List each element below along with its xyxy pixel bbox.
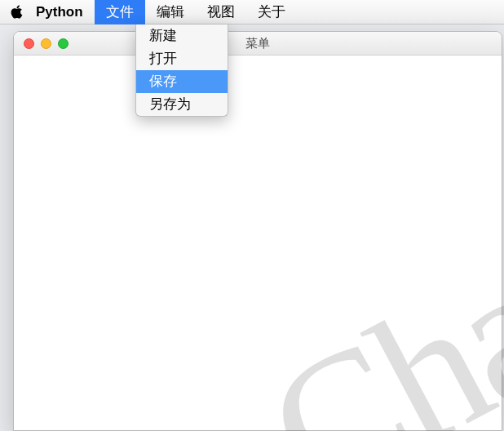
menu-view[interactable]: 视图 (196, 0, 246, 24)
minimize-button[interactable] (41, 38, 51, 49)
apple-menu-icon[interactable] (0, 5, 33, 19)
app-name[interactable]: Python (33, 4, 95, 20)
zoom-button[interactable] (58, 38, 69, 49)
menu-about[interactable]: 关于 (246, 0, 297, 24)
menu-file[interactable]: 文件 (95, 0, 145, 24)
app-window: 菜单 (13, 31, 502, 431)
menu-edit[interactable]: 编辑 (145, 0, 196, 24)
menu-item-save-as[interactable]: 另存为 (136, 93, 228, 116)
close-button[interactable] (24, 38, 34, 49)
window-content (14, 56, 502, 430)
menu-item-new[interactable]: 新建 (136, 24, 228, 47)
menu-item-open[interactable]: 打开 (136, 47, 228, 70)
menu-item-save[interactable]: 保存 (136, 70, 228, 93)
system-menubar: Python 文件 编辑 视图 关于 (0, 0, 504, 24)
file-menu-dropdown: 新建 打开 保存 另存为 (135, 24, 228, 117)
window-titlebar: 菜单 (14, 32, 502, 56)
window-title: 菜单 (14, 36, 502, 51)
traffic-lights (14, 38, 69, 49)
